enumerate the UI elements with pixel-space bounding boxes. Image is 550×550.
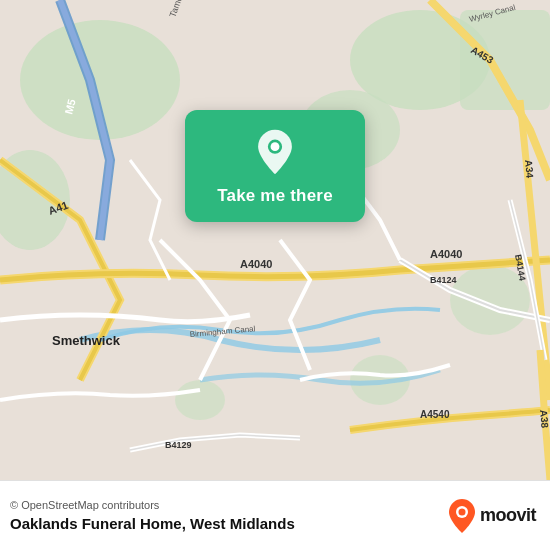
svg-text:A4040: A4040 xyxy=(240,258,272,270)
map-area: A41 M5 A4040 A4040 A453 A34 B4124 B4144 … xyxy=(0,0,550,480)
moovit-brand-icon xyxy=(448,498,476,534)
location-pin-icon xyxy=(251,128,299,176)
svg-text:Smethwick: Smethwick xyxy=(52,333,121,348)
location-name: Oaklands Funeral Home, West Midlands xyxy=(10,515,295,532)
svg-text:A4540: A4540 xyxy=(420,409,450,420)
svg-text:A34: A34 xyxy=(523,159,536,179)
take-me-there-label: Take me there xyxy=(217,186,333,206)
moovit-text: moovit xyxy=(480,505,536,526)
take-me-there-button[interactable]: Take me there xyxy=(185,110,365,222)
svg-point-27 xyxy=(458,508,465,515)
svg-point-25 xyxy=(271,142,280,151)
svg-text:A38: A38 xyxy=(538,409,550,429)
svg-text:A4040: A4040 xyxy=(430,248,462,260)
map-svg: A41 M5 A4040 A4040 A453 A34 B4124 B4144 … xyxy=(0,0,550,480)
svg-text:B4124: B4124 xyxy=(430,275,457,285)
moovit-logo: moovit xyxy=(448,498,536,534)
svg-text:B4129: B4129 xyxy=(165,440,192,450)
osm-attribution: © OpenStreetMap contributors xyxy=(10,499,295,511)
svg-point-8 xyxy=(175,380,225,420)
attribution-location-group: © OpenStreetMap contributors Oaklands Fu… xyxy=(10,499,295,532)
bottom-bar: © OpenStreetMap contributors Oaklands Fu… xyxy=(0,480,550,550)
svg-rect-4 xyxy=(460,10,550,110)
